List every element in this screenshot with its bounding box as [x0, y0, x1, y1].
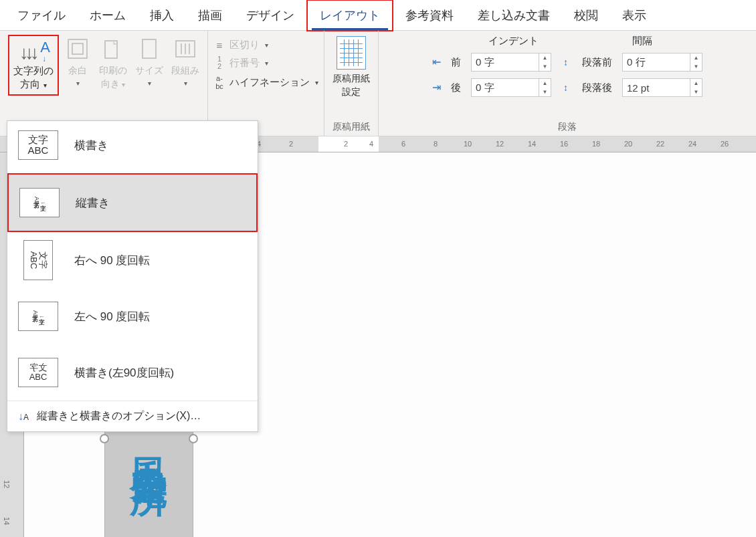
line-numbers-button[interactable]: 12 行番号 ▾: [213, 56, 318, 70]
columns-icon: [172, 36, 199, 62]
line-numbers-label: 行番号: [229, 57, 260, 70]
spacing-before-value: 0 行: [623, 56, 690, 69]
indent-before-label: 前: [451, 56, 467, 69]
textdir-option-rotate-right[interactable]: 文字ABC 右へ 90 度回転: [7, 232, 258, 288]
chevron-down-icon: ▾: [148, 79, 151, 88]
breaks-button[interactable]: ≡ 区切り ▾: [213, 39, 318, 51]
textdir-option-label: 横書き: [74, 138, 108, 153]
size-icon: [136, 36, 163, 62]
size-label: サイズ: [135, 64, 163, 78]
spin-down[interactable]: ▼: [690, 62, 702, 71]
hyphenation-label: ハイフネーション: [229, 76, 310, 89]
line-numbers-icon: 12: [213, 56, 225, 70]
manuscript-icon: [337, 36, 366, 70]
spin-up[interactable]: ▲: [690, 53, 702, 62]
text-direction-label-2: 方向 ▾: [20, 78, 46, 91]
orientation-label-2: 向き ▾: [101, 78, 126, 91]
textdir-option-label: 横書き(左90度回転): [74, 365, 174, 381]
textdir-option-label: 縦書き: [76, 195, 110, 211]
columns-label: 段組み: [171, 64, 199, 78]
chevron-down-icon: ▾: [315, 79, 318, 86]
ribbon-group-paragraph: インデント 間隔 ⇤ 前 0 字 ▲▼ ↕ 段落前 0 行 ▲▼ ⇥ 後 0 字…: [379, 31, 756, 136]
svg-rect-3: [143, 39, 156, 58]
menu-tab-layout[interactable]: レイアウト: [306, 0, 393, 31]
orientation-icon: [100, 36, 126, 62]
spin-down[interactable]: ▼: [539, 88, 551, 96]
textdir-icon-horizontal-rot: 文字ABC: [18, 358, 58, 387]
indent-before-icon: ⇤: [432, 56, 447, 69]
ribbon-group-manuscript: 原稿用紙 設定 原稿用紙: [324, 31, 379, 136]
spacing-before-label: 段落前: [582, 56, 618, 69]
orientation-button[interactable]: 印刷の 向き ▾: [96, 35, 130, 96]
margins-icon: [64, 36, 91, 62]
textdir-icon-rotate-right: 文字ABC: [23, 240, 53, 280]
hyphenation-icon: a-bc: [213, 74, 225, 90]
text-direction-icon: ↓↓↓ A ↓: [15, 39, 52, 63]
menu-tabs: ファイル ホーム 挿入 描画 デザイン レイアウト 参考資料 差し込み文書 校閲…: [0, 0, 756, 31]
textdir-option-vertical[interactable]: 文字ABC 文字 ↓ 縦書き: [7, 173, 258, 232]
manuscript-label-1: 原稿用紙: [333, 72, 370, 86]
spin-down[interactable]: ▼: [690, 88, 702, 96]
text-direction-label-1: 文字列の: [13, 64, 54, 78]
text-direction-button[interactable]: ↓↓↓ A ↓ 文字列の 方向 ▾: [8, 35, 59, 96]
spacing-after-value: 12 pt: [623, 82, 690, 94]
margins-label: 余白: [68, 64, 87, 78]
spacing-before-icon: ↕: [563, 57, 578, 68]
menu-tab-home[interactable]: ホーム: [78, 1, 138, 30]
textdir-option-rotate-left[interactable]: 文字ABC 文字 ↓ 左へ 90 度回転: [7, 288, 258, 344]
menu-tab-insert[interactable]: 挿入: [138, 1, 186, 30]
breaks-icon: ≡: [213, 39, 225, 51]
spin-up[interactable]: ▲: [690, 79, 702, 88]
orientation-label-1: 印刷の: [99, 64, 127, 78]
spin-up[interactable]: ▲: [539, 53, 551, 62]
manuscript-label-2: 設定: [342, 86, 361, 99]
resize-handle-rm[interactable]: [189, 434, 198, 443]
textdir-icon-horizontal: 文字 ABC: [18, 130, 58, 160]
size-button[interactable]: サイズ ▾: [132, 35, 166, 96]
indent-after-input[interactable]: 0 字 ▲▼: [471, 78, 551, 97]
group-label-manuscript: 原稿用紙: [330, 118, 373, 133]
margins-button[interactable]: 余白 ▾: [62, 35, 94, 96]
spacing-after-icon: ↕: [563, 82, 578, 93]
spacing-after-label: 段落後: [582, 82, 618, 94]
resize-handle-lm[interactable]: [100, 434, 109, 443]
svg-rect-0: [68, 39, 87, 58]
chevron-down-icon: ▾: [265, 41, 268, 49]
indent-before-value: 0 字: [472, 56, 539, 69]
textdir-icon-vertical: 文字ABC 文字 ↓: [19, 188, 60, 217]
columns-button[interactable]: 段組み ▾: [169, 35, 202, 96]
menu-tab-draw[interactable]: 描画: [186, 1, 234, 30]
chevron-down-icon: ▾: [184, 79, 187, 88]
indent-before-input[interactable]: 0 字 ▲▼: [471, 53, 551, 72]
spacing-after-input[interactable]: 12 pt ▲▼: [622, 78, 702, 97]
textdir-option-horizontal-rot[interactable]: 文字ABC 横書き(左90度回転): [7, 344, 258, 401]
spin-up[interactable]: ▲: [539, 79, 551, 88]
indent-after-label: 後: [451, 82, 467, 94]
spin-down[interactable]: ▼: [539, 62, 551, 71]
svg-rect-1: [72, 43, 83, 54]
breaks-label: 区切り: [229, 39, 260, 51]
spacing-header: 間隔: [632, 35, 652, 47]
textdir-option-label: 右へ 90 度回転: [74, 253, 150, 268]
chevron-down-icon: ▾: [76, 79, 80, 88]
menu-tab-design[interactable]: デザイン: [234, 1, 306, 30]
textdir-footer-label: 縦書きと横書きのオプション(X)…: [37, 409, 201, 423]
hyphenation-button[interactable]: a-bc ハイフネーション ▾: [213, 74, 318, 90]
textdir-icon-rotate-left: 文字ABC 文字 ↓: [18, 302, 58, 331]
indent-header: インデント: [488, 35, 539, 47]
textdir-option-horizontal[interactable]: 文字 ABC 横書き: [7, 121, 258, 173]
textdir-footer-icon: ↓A: [18, 411, 29, 423]
menu-tab-view[interactable]: 表示: [610, 1, 658, 30]
chevron-down-icon: ▾: [265, 60, 268, 67]
indent-after-icon: ⇥: [432, 81, 447, 94]
menu-tab-mailings[interactable]: 差し込み文書: [466, 1, 562, 30]
menu-tab-references[interactable]: 参考資料: [393, 1, 466, 30]
indent-after-value: 0 字: [472, 82, 539, 94]
spacing-before-input[interactable]: 0 行 ▲▼: [622, 53, 702, 72]
textdir-option-label: 左へ 90 度回転: [74, 309, 150, 324]
menu-tab-review[interactable]: 校閲: [562, 1, 610, 30]
text-direction-menu: 文字 ABC 横書き 文字ABC 文字 ↓ 縦書き 文字ABC 右へ 90 度回…: [7, 120, 258, 432]
menu-tab-file[interactable]: ファイル: [5, 1, 78, 30]
manuscript-button[interactable]: 原稿用紙 設定: [330, 35, 373, 100]
textdir-options-more[interactable]: ↓A 縦書きと横書きのオプション(X)…: [7, 401, 258, 431]
